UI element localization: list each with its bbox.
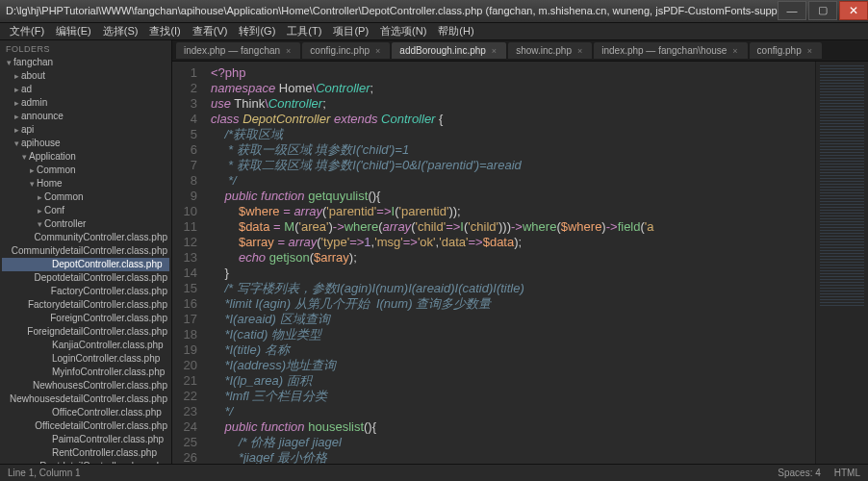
tree-item[interactable]: KanjiaController.class.php xyxy=(2,339,169,352)
status-spaces[interactable]: Spaces: 4 xyxy=(778,468,820,478)
folder-tree[interactable]: ▾fangchan▸about▸ad▸admin▸announce▸api▾ap… xyxy=(0,56,171,464)
menu-item[interactable]: 转到(G) xyxy=(233,24,281,38)
menu-bar: 文件(F)编辑(E)选择(S)查找(I)查看(V)转到(G)工具(T)项目(P)… xyxy=(0,23,868,40)
code-line[interactable]: /* 写字楼列表，参数I(agin)I(num)I(areaid)I(catid… xyxy=(211,281,868,296)
code-line[interactable]: public function getquyulist(){ xyxy=(211,189,868,204)
editor-tab[interactable]: index.php — fangchan× xyxy=(176,42,300,59)
tree-item[interactable]: LoginController.class.php xyxy=(2,352,169,366)
menu-item[interactable]: 项目(P) xyxy=(327,24,374,38)
tree-item[interactable]: ▸announce xyxy=(2,110,169,123)
code-line[interactable]: public function houseslist(){ xyxy=(211,419,868,435)
code-line[interactable]: /* 价格 jiagef jiagel xyxy=(211,435,868,450)
code-line[interactable]: namespace Home\Controller; xyxy=(211,81,868,96)
editor-tab[interactable]: config.inc.php× xyxy=(302,42,390,59)
tree-item[interactable]: ▾apihouse xyxy=(2,137,169,150)
status-language[interactable]: HTML xyxy=(834,468,860,478)
minimize-button[interactable]: — xyxy=(778,1,806,20)
menu-item[interactable]: 编辑(E) xyxy=(50,24,97,38)
tree-item[interactable]: FactoryController.class.php xyxy=(2,285,169,298)
menu-item[interactable]: 帮助(H) xyxy=(432,24,479,38)
code-line[interactable]: *jiagef 最小价格 xyxy=(211,450,868,464)
code-line[interactable]: $where = array('parentid'=>I('parentid')… xyxy=(211,204,868,219)
tree-item[interactable]: ▸api xyxy=(2,123,169,137)
status-position[interactable]: Line 1, Column 1 xyxy=(8,468,81,478)
tree-item[interactable]: NewhousesController.class.php xyxy=(2,379,169,392)
editor-tab[interactable]: addBorough.inc.php× xyxy=(392,42,506,59)
tree-item[interactable]: ForeigndetailController.class.php xyxy=(2,325,169,339)
tree-item[interactable]: NewhousesdetailController.class.php xyxy=(2,392,169,406)
editor-tab[interactable]: index.php — fangchan\house× xyxy=(594,42,747,59)
menu-item[interactable]: 文件(F) xyxy=(4,24,50,38)
tree-item[interactable]: RentdetailController.class.php xyxy=(2,460,169,464)
tree-item-label: admin xyxy=(21,97,47,109)
minimap[interactable] xyxy=(815,62,868,464)
close-icon[interactable]: × xyxy=(375,46,380,56)
code-line[interactable]: *I(areaid) 区域查询 xyxy=(211,312,868,327)
tree-item[interactable]: FactorydetailController.class.php xyxy=(2,298,169,312)
tree-item[interactable]: ▾Controller xyxy=(2,217,169,231)
tab-bar[interactable]: index.php — fangchan×config.inc.php×addB… xyxy=(172,40,868,62)
close-icon[interactable]: × xyxy=(492,46,497,56)
code-editor[interactable]: 1234567891011121314151617181920212223242… xyxy=(172,62,868,464)
sidebar[interactable]: FOLDERS ▾fangchan▸about▸ad▸admin▸announc… xyxy=(0,40,172,464)
editor-tab[interactable]: show.inc.php× xyxy=(508,42,592,59)
tree-item[interactable]: PaimaController.class.php xyxy=(2,433,169,446)
code-line[interactable]: *limit I(agin) 从第几个开始 I(num) 查询多少数量 xyxy=(211,296,868,312)
tree-item[interactable]: RentController.class.php xyxy=(2,446,169,460)
code-line[interactable]: use Think\Controller; xyxy=(211,96,868,112)
code-line[interactable]: * 获取二级区域 填参数I('child')=0&I('parentid')=a… xyxy=(211,158,868,173)
tree-item-label: about xyxy=(21,70,45,82)
editor-tab[interactable]: config.php× xyxy=(750,42,822,59)
tree-item[interactable]: CommunityController.class.php xyxy=(2,231,169,244)
tree-item-label: RentController.class.php xyxy=(52,447,157,459)
code-line[interactable]: */ xyxy=(211,173,868,189)
tree-item-label: ForeignController.class.php xyxy=(50,313,167,324)
tree-item[interactable]: DepotController.class.php xyxy=(2,258,169,271)
tree-item[interactable]: ▸ad xyxy=(2,83,169,96)
code-line[interactable]: } xyxy=(211,266,868,281)
menu-item[interactable]: 工具(T) xyxy=(281,24,327,38)
close-icon[interactable]: × xyxy=(286,46,291,56)
code-line[interactable]: * 获取一级区域 填参数I('child')=1 xyxy=(211,142,868,158)
menu-item[interactable]: 查找(I) xyxy=(143,24,186,38)
maximize-button[interactable]: ▢ xyxy=(808,1,837,20)
code-line[interactable]: *I(lp_area) 面积 xyxy=(211,373,868,389)
code-line[interactable]: class DepotController extends Controller… xyxy=(211,112,868,127)
tree-item[interactable]: ForeignController.class.php xyxy=(2,312,169,325)
tree-item[interactable]: ▸Conf xyxy=(2,204,169,217)
tree-item[interactable]: ▸Common xyxy=(2,164,169,177)
code-line[interactable]: */ xyxy=(211,404,868,419)
code-line[interactable]: echo getjson($array); xyxy=(211,250,868,266)
tree-item[interactable]: ▸admin xyxy=(2,96,169,110)
tree-item[interactable]: ▸Common xyxy=(2,190,169,204)
tree-item[interactable]: OfficeController.class.php xyxy=(2,406,169,419)
code-line[interactable]: *I(catid) 物业类型 xyxy=(211,327,868,342)
code-line[interactable]: *I(title) 名称 xyxy=(211,342,868,358)
close-button[interactable]: ✕ xyxy=(839,1,868,20)
menu-item[interactable]: 首选项(N) xyxy=(374,24,432,38)
tree-item-label: Conf xyxy=(44,205,64,216)
tree-item[interactable]: ▾Home xyxy=(2,177,169,190)
code-line[interactable]: *lmfl 三个栏目分类 xyxy=(211,389,868,404)
tree-item[interactable]: ▾Application xyxy=(2,150,169,164)
tree-item[interactable]: MyinfoController.class.php xyxy=(2,366,169,379)
tree-item-label: OfficedetailController.class.php xyxy=(35,420,167,432)
code-line[interactable]: /*获取区域 xyxy=(211,127,868,142)
close-icon[interactable]: × xyxy=(732,46,737,56)
menu-item[interactable]: 选择(S) xyxy=(97,24,144,38)
menu-item[interactable]: 查看(V) xyxy=(187,24,234,38)
code-line[interactable]: *I(address)地址查询 xyxy=(211,358,868,373)
tree-item[interactable]: DepotdetailController.class.php xyxy=(2,271,169,285)
tree-item[interactable]: CommunitydetailController.class.php xyxy=(2,244,169,258)
code-line[interactable]: $data = M('area')->where(array('child'=>… xyxy=(211,219,868,235)
close-icon[interactable]: × xyxy=(577,46,582,56)
code-line[interactable]: $array = array('type'=>1,'msg'=>'ok','da… xyxy=(211,235,868,250)
line-number: 10 xyxy=(172,204,197,219)
tree-item[interactable]: ▸about xyxy=(2,69,169,83)
close-icon[interactable]: × xyxy=(807,46,812,56)
code-text[interactable]: <?phpnamespace Home\Controller;use Think… xyxy=(205,62,868,464)
tree-item[interactable]: ▾fangchan xyxy=(2,56,169,69)
code-line[interactable]: <?php xyxy=(211,65,868,81)
editor-area: index.php — fangchan×config.inc.php×addB… xyxy=(172,40,868,464)
tree-item[interactable]: OfficedetailController.class.php xyxy=(2,419,169,433)
